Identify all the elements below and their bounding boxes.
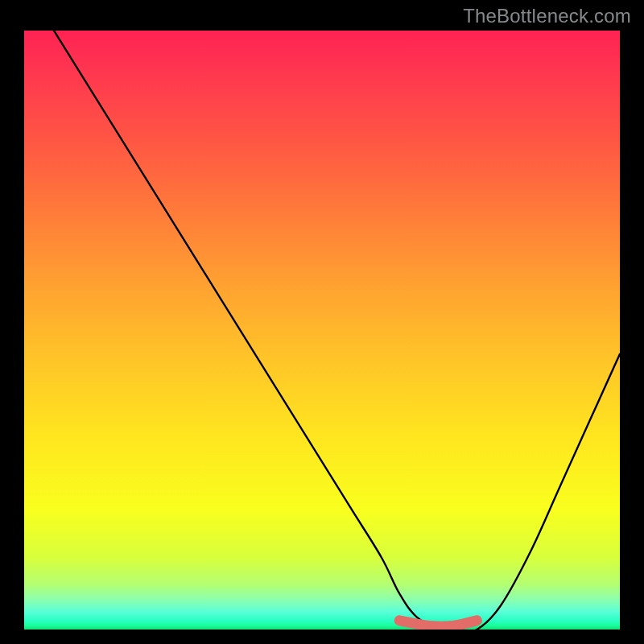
- chart-frame: TheBottleneck.com: [0, 0, 644, 644]
- plot-area: [24, 31, 620, 630]
- bottleneck-curve-path: [54, 31, 620, 630]
- curve-layer: [24, 31, 620, 630]
- optimal-range-highlight: [399, 621, 477, 627]
- watermark-text: TheBottleneck.com: [463, 5, 631, 27]
